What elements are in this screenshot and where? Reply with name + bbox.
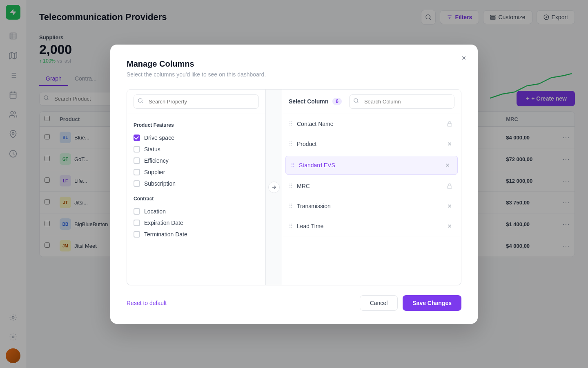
modal-title: Manage Columns bbox=[127, 59, 461, 69]
svg-point-35 bbox=[354, 99, 358, 102]
modal-overlay: × Manage Columns Select the columns you'… bbox=[0, 0, 588, 368]
modal-footer: Reset to default Cancel Save Changes bbox=[127, 295, 461, 311]
select-column-header: Select Column 6 bbox=[282, 90, 461, 114]
column-item-product[interactable]: ⠿ Product bbox=[282, 134, 461, 154]
drag-handle: ⠿ bbox=[291, 162, 295, 168]
column-item-contact-name[interactable]: ⠿ Contact Name bbox=[282, 114, 461, 134]
checkbox-supplier-label: Supplier bbox=[144, 169, 165, 175]
property-search-input[interactable] bbox=[134, 94, 259, 109]
checkbox-efficiency-box[interactable] bbox=[134, 157, 140, 164]
select-column-title: Select Column bbox=[289, 98, 328, 105]
property-list: Product Features Drive space Status Effi… bbox=[127, 114, 265, 285]
checkbox-expiration-date[interactable]: Expiration Date bbox=[134, 217, 259, 229]
svg-rect-42 bbox=[448, 186, 452, 188]
svg-line-36 bbox=[357, 102, 359, 103]
drag-handle: ⠿ bbox=[289, 183, 293, 189]
save-changes-button[interactable]: Save Changes bbox=[403, 295, 461, 311]
column-label: Standard EVS bbox=[299, 162, 443, 168]
drag-handle: ⠿ bbox=[289, 141, 293, 147]
section-product-features-title: Product Features bbox=[134, 122, 259, 128]
modal-close-button[interactable]: × bbox=[457, 52, 470, 65]
lock-icon bbox=[445, 181, 454, 191]
checkbox-subscription-label: Subscription bbox=[144, 180, 176, 187]
svg-rect-37 bbox=[448, 123, 452, 126]
checkbox-drive-space-box[interactable] bbox=[134, 135, 140, 141]
transfer-arrow[interactable] bbox=[266, 90, 282, 285]
checkbox-status-box[interactable] bbox=[134, 146, 140, 153]
checkbox-supplier-box[interactable] bbox=[134, 169, 140, 175]
checkbox-efficiency-label: Efficiency bbox=[144, 157, 169, 164]
checkbox-termination-date-label: Termination Date bbox=[144, 231, 187, 238]
select-column-panel: Select Column 6 ⠿ Contact Name bbox=[282, 90, 461, 285]
drag-handle: ⠿ bbox=[289, 223, 293, 229]
checkbox-location-box[interactable] bbox=[134, 208, 140, 215]
reset-to-default-button[interactable]: Reset to default bbox=[127, 300, 167, 306]
selected-columns-list: ⠿ Contact Name ⠿ Product bbox=[282, 114, 461, 285]
remove-column-button[interactable] bbox=[445, 139, 454, 149]
checkbox-termination-date[interactable]: Termination Date bbox=[134, 229, 259, 240]
checkbox-status[interactable]: Status bbox=[134, 144, 259, 155]
column-options-panel: Product Features Drive space Status Effi… bbox=[127, 90, 266, 285]
column-item-lead-time[interactable]: ⠿ Lead Time bbox=[282, 216, 461, 236]
checkbox-location-label: Location bbox=[144, 208, 166, 215]
column-label: Contact Name bbox=[297, 121, 445, 127]
section-contract-title: Contract bbox=[134, 196, 259, 202]
cancel-button[interactable]: Cancel bbox=[360, 295, 398, 311]
lock-icon bbox=[445, 119, 454, 129]
footer-action-buttons: Cancel Save Changes bbox=[360, 295, 461, 311]
column-label: Product bbox=[297, 141, 445, 147]
remove-column-button[interactable] bbox=[445, 201, 454, 211]
column-item-transmission[interactable]: ⠿ Transmission bbox=[282, 196, 461, 216]
checkbox-efficiency[interactable]: Efficiency bbox=[134, 155, 259, 166]
column-label: Transmission bbox=[297, 203, 445, 209]
property-search-wrap bbox=[127, 90, 265, 114]
remove-column-button[interactable] bbox=[443, 160, 452, 170]
modal-subtitle: Select the columns you'd like to see on … bbox=[127, 71, 461, 78]
checkbox-location[interactable]: Location bbox=[134, 206, 259, 217]
manage-columns-modal: × Manage Columns Select the columns you'… bbox=[110, 45, 478, 324]
column-item-standard-evs[interactable]: ⠿ Standard EVS bbox=[285, 156, 458, 175]
column-label: MRC bbox=[297, 183, 445, 189]
column-label: Lead Time bbox=[297, 223, 445, 229]
checkbox-subscription[interactable]: Subscription bbox=[134, 178, 259, 189]
checkbox-expiration-date-box[interactable] bbox=[134, 220, 140, 226]
arrow-right-button[interactable] bbox=[268, 182, 280, 193]
checkbox-drive-space-label: Drive space bbox=[144, 135, 174, 141]
column-search-icon bbox=[353, 98, 359, 105]
column-count-badge: 6 bbox=[332, 98, 342, 105]
column-item-mrc[interactable]: ⠿ MRC bbox=[282, 176, 461, 196]
checkbox-expiration-date-label: Expiration Date bbox=[144, 220, 183, 226]
checkbox-status-label: Status bbox=[144, 146, 160, 153]
modal-body: Product Features Drive space Status Effi… bbox=[127, 89, 461, 285]
checkbox-termination-date-box[interactable] bbox=[134, 231, 140, 238]
checkbox-subscription-box[interactable] bbox=[134, 180, 140, 187]
checkbox-drive-space[interactable]: Drive space bbox=[134, 132, 259, 144]
drag-handle: ⠿ bbox=[289, 121, 293, 127]
column-search-input[interactable] bbox=[349, 94, 454, 109]
remove-column-button[interactable] bbox=[445, 221, 454, 231]
drag-handle: ⠿ bbox=[289, 203, 293, 209]
checkbox-supplier[interactable]: Supplier bbox=[134, 166, 259, 178]
